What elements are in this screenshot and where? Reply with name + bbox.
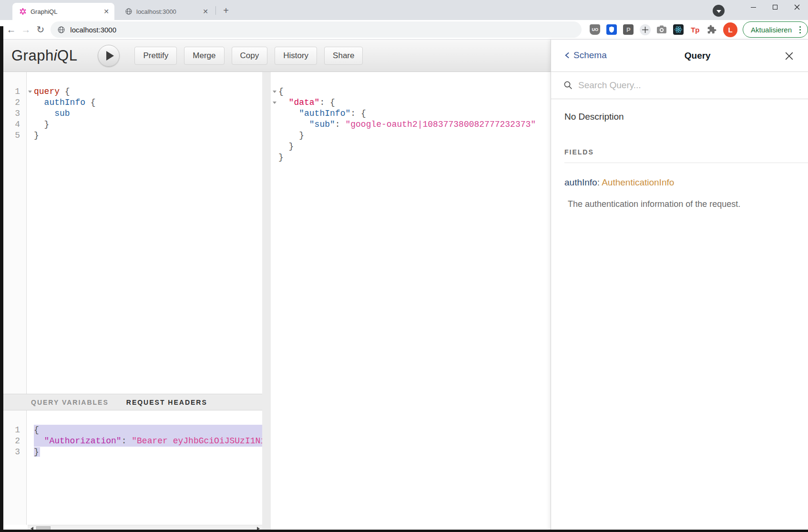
graphiql-logo: GraphiQL [11, 47, 77, 64]
doc-close-button[interactable] [784, 51, 794, 61]
caret-down-icon [716, 10, 721, 13]
line-number: 2 [3, 436, 26, 447]
code-line: { [271, 86, 551, 97]
play-icon [106, 51, 114, 61]
graphql-logo-icon [19, 8, 27, 15]
close-icon [785, 52, 793, 60]
line-number: 1 [3, 86, 26, 97]
tab-title: localhost:3000 [136, 8, 201, 15]
forward-icon[interactable]: → [19, 24, 33, 35]
line-number: 3 [3, 108, 26, 119]
doc-no-description: No Description [564, 112, 808, 122]
window-edge-left [0, 26, 3, 532]
doc-field-type-link[interactable]: AuthenticationInfo [602, 177, 674, 187]
execute-query-button[interactable] [98, 45, 120, 67]
doc-fields-heading: FIELDS [564, 148, 808, 156]
back-icon[interactable]: ← [4, 24, 19, 35]
toolbar-button-merge[interactable]: Merge [184, 47, 224, 65]
fold-arrow-icon[interactable] [273, 102, 276, 104]
code-line: 3 sub [3, 108, 262, 119]
screenshot-extension-icon[interactable] [656, 24, 667, 35]
ublock-extension-icon[interactable]: UO [589, 24, 601, 35]
graphiql-topbar: GraphiQL PrettifyMergeCopyHistoryShare [3, 40, 551, 72]
bitwarden-extension-icon[interactable] [606, 24, 617, 35]
tab-request-headers[interactable]: REQUEST HEADERS [126, 399, 207, 406]
fold-arrow-icon[interactable] [273, 91, 276, 93]
doc-search-row [551, 72, 808, 99]
code-line: 1query { [3, 86, 262, 97]
url-text: localhost:3000 [70, 26, 116, 34]
fold-arrow-icon[interactable] [28, 91, 32, 93]
reload-icon[interactable]: ↻ [33, 24, 48, 35]
tab-close-icon[interactable]: ✕ [201, 7, 210, 16]
update-label: Aktualisieren [751, 26, 792, 34]
secondary-editor-tabs: QUERY VARIABLES REQUEST HEADERS [3, 394, 262, 410]
minimize-button[interactable] [742, 0, 764, 14]
request-headers-editor[interactable]: 1{2 "Authorization": "Bearer eyJhbGciOiJ… [3, 410, 262, 525]
query-editor[interactable]: 1query {2 authInfo {3 sub4 }5} [3, 72, 262, 394]
code-line: "authInfo": { [271, 108, 551, 119]
close-button[interactable] [786, 0, 808, 14]
result-pane: { "data": { "authInfo": { "sub": "google… [271, 72, 551, 532]
doc-field-name-link[interactable]: authInfo [564, 177, 597, 187]
doc-explorer-title: Query [685, 51, 711, 61]
doc-back-label: Schema [573, 50, 607, 61]
toolbar-button-share[interactable]: Share [324, 47, 363, 65]
new-tab-button[interactable]: + [219, 4, 233, 17]
doc-field-description: The authentication information of the re… [568, 199, 808, 209]
tab-close-icon[interactable]: ✕ [102, 7, 111, 16]
chevron-left-icon [564, 51, 570, 59]
code-line: } [271, 152, 551, 163]
hidden-downloads-button[interactable] [713, 5, 725, 17]
tab-query-variables[interactable]: QUERY VARIABLES [31, 399, 109, 406]
doc-divider [564, 163, 808, 163]
code-line: 1{ [3, 425, 262, 436]
doc-search-input[interactable] [578, 80, 788, 91]
doc-field-row: authInfo: AuthenticationInfo [564, 177, 808, 188]
doc-explorer-titlebar: Schema Query [551, 40, 808, 72]
doc-back-link[interactable]: Schema [564, 50, 607, 61]
window-controls [742, 0, 808, 14]
tab-separator [215, 6, 216, 15]
line-number: 3 [3, 447, 26, 458]
maximize-button[interactable] [764, 0, 786, 14]
code-line: 5} [3, 130, 262, 141]
code-line: "data": { [271, 97, 551, 108]
profile-avatar[interactable]: L [723, 22, 737, 37]
p-badge-extension-icon[interactable]: P [623, 24, 634, 35]
update-button[interactable]: Aktualisieren [743, 21, 808, 38]
globe-icon [57, 26, 65, 34]
toolbar-buttons: PrettifyMergeCopyHistoryShare [134, 47, 363, 65]
code-line: 4 } [3, 119, 262, 130]
code-line: "sub": "google-oauth2|108377380082777232… [271, 119, 551, 130]
address-bar[interactable]: localhost:3000 [51, 21, 582, 38]
toolbar-button-copy[interactable]: Copy [232, 47, 268, 65]
search-icon [563, 81, 573, 90]
code-line: 3} [3, 447, 262, 458]
react-devtools-extension-icon[interactable] [673, 24, 684, 35]
extensions-puzzle-extension-icon[interactable] [706, 24, 717, 35]
globe-icon [125, 8, 133, 15]
picker-extension-icon[interactable] [639, 24, 651, 35]
tab-title: GraphiQL [31, 8, 102, 15]
pane-divider[interactable] [262, 72, 271, 532]
tab-strip: GraphiQL ✕ localhost:3000 ✕ + [0, 0, 808, 20]
code-line: 2 "Authorization": "Bearer eyJhbGciOiJSU… [3, 436, 262, 447]
menu-kebab-icon[interactable] [798, 25, 803, 34]
code-line: } [271, 141, 551, 152]
line-number: 4 [3, 119, 26, 130]
line-number: 1 [3, 425, 26, 436]
toolbar-button-prettify[interactable]: Prettify [134, 47, 177, 65]
line-number: 5 [3, 130, 26, 141]
tampermonkey-extension-icon[interactable]: Tp [689, 24, 701, 35]
doc-explorer-panel: Schema Query No Description FIELDS authI… [551, 40, 808, 532]
code-line: 2 authInfo { [3, 97, 262, 108]
extensions-row: UOPTp [589, 24, 717, 35]
line-number: 2 [3, 97, 26, 108]
tab-graphiql[interactable]: GraphiQL ✕ [12, 3, 114, 20]
browser-toolbar: ← → ↻ localhost:3000 UOPTp L Aktualisier… [0, 20, 808, 40]
tab-localhost[interactable]: localhost:3000 ✕ [118, 3, 214, 20]
window-edge-bottom [0, 530, 808, 532]
graphiql-app: GraphiQL PrettifyMergeCopyHistoryShare 1… [0, 40, 808, 532]
toolbar-button-history[interactable]: History [275, 47, 317, 65]
